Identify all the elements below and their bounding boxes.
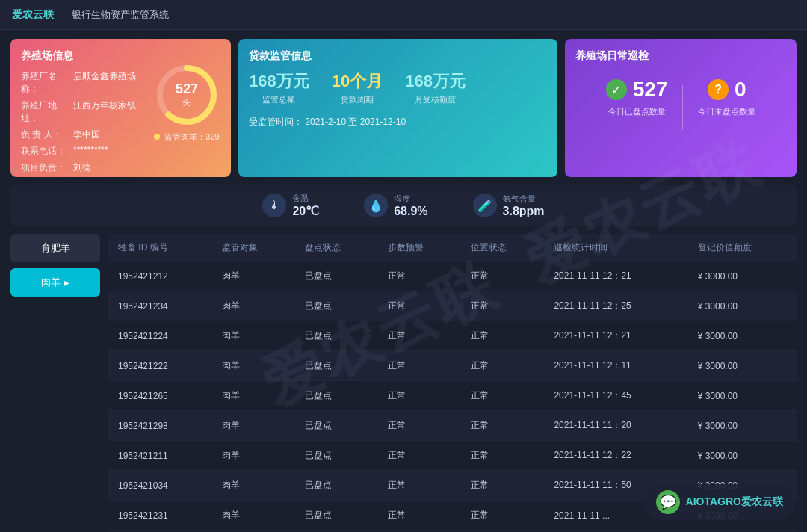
checked-label: 今日已盘点数量 [608, 106, 666, 117]
table-cell: 肉羊 [211, 411, 294, 441]
table-cell: 1952421034 [108, 471, 211, 501]
table-row[interactable]: 1952421265肉羊已盘点正常正常2021-11-11 12：45¥ 300… [108, 381, 797, 411]
loan-stat-label: 贷款周期 [332, 94, 383, 105]
wechat-text: AIOTAGRO爱农云联 [686, 495, 783, 509]
nav-title: 银行生物资产监管系统 [72, 8, 169, 22]
sensor-label: 氨气含量 [503, 194, 545, 205]
table-cell: 正常 [377, 262, 460, 291]
inspection-counts: ✓ 527 今日已盘点数量 ? 0 今日未盘点数量 [575, 78, 786, 130]
loan-date: 受监管时间： 2021-2-10 至 2021-12-10 [249, 116, 547, 129]
table-cell: 已盘点 [294, 381, 377, 411]
table-header: 步数预警 [377, 234, 460, 262]
table-cell: 正常 [377, 471, 460, 501]
cat-label: 肉羊 [41, 276, 61, 289]
table-cell: 1952421212 [108, 262, 211, 291]
logo: 爱农云联 [12, 8, 54, 22]
farm-label: 负 责 人： [21, 129, 73, 141]
table-cell: 2021-11-11 12：25 [543, 291, 687, 321]
table-row[interactable]: 1952421211肉羊已盘点正常正常2021-11-11 12：22¥ 300… [108, 441, 797, 471]
table-header: 盘点状态 [294, 234, 377, 262]
top-nav: 爱农云联 银行生物资产监管系统 [0, 0, 807, 30]
table-cell: 正常 [377, 351, 460, 381]
table-cell: 正常 [460, 441, 543, 471]
table-cell: 1952421211 [108, 441, 211, 471]
table-cell: 1952421234 [108, 291, 211, 321]
table-cell: 肉羊 [211, 321, 294, 351]
table-cell: ¥ 3000.00 [687, 381, 797, 411]
loan-stat-label: 监管总额 [249, 94, 309, 105]
wechat-badge: 💬 AIOTAGRO爱农云联 [644, 484, 795, 520]
donut-number: 527 [176, 81, 198, 97]
table-cell: 1952421231 [108, 501, 211, 531]
table-cell: 肉羊 [211, 471, 294, 501]
table-cell: 1952421222 [108, 351, 211, 381]
sensor-icon: 💧 [364, 194, 388, 217]
table-row[interactable]: 1952421212肉羊已盘点正常正常2021-11-11 12：21¥ 300… [108, 262, 797, 291]
table-cell: 已盘点 [294, 471, 377, 501]
sensor-label: 舍温 [292, 193, 319, 204]
table-row[interactable]: 1952421222肉羊已盘点正常正常2021-11-11 12：11¥ 300… [108, 351, 797, 381]
table-cell: 2021-11-11 12：45 [543, 381, 687, 411]
table-cell: 2021-11-11 12：21 [543, 321, 687, 351]
table-cell: 1952421224 [108, 321, 211, 351]
table-cell: 2021-11-11 12：22 [543, 441, 687, 471]
farm-info-row: 联系电话：********** [21, 145, 220, 158]
donut-sub: 监管肉羊：329 [153, 132, 220, 143]
table-row[interactable]: 1952421234肉羊已盘点正常正常2021-11-11 12：25¥ 300… [108, 291, 797, 321]
checked-icon-row: ✓ 527 [606, 78, 668, 102]
unchecked-icon-row: ? 0 [708, 78, 746, 102]
table-cell: 肉羊 [211, 351, 294, 381]
top-cards: 养殖场信息 养殖厂名称：启顺金鑫养殖场养殖厂地址：江西万年杨家镇负 责 人：李中… [10, 39, 797, 177]
farm-donut-area: 527 头 监管肉羊：329 [153, 61, 220, 143]
inspection-checked: ✓ 527 今日已盘点数量 [606, 78, 668, 130]
loan-stat-value: 10个月 [332, 70, 383, 93]
loan-stat-value: 168万元 [405, 70, 466, 93]
loan-stat-label: 月受核额度 [405, 94, 466, 105]
loan-stat-value: 168万元 [249, 70, 309, 93]
cat-arrow: ▶ [64, 279, 69, 287]
table-cell: 正常 [460, 262, 543, 291]
main-content: 养殖场信息 养殖厂名称：启顺金鑫养殖场养殖厂地址：江西万年杨家镇负 责 人：李中… [0, 30, 807, 532]
donut-text: 527 头 [176, 81, 198, 108]
table-row[interactable]: 1952421298肉羊已盘点正常正常2021-11-11 11：20¥ 300… [108, 411, 797, 441]
sensor-info: 舍温 20℃ [292, 193, 319, 218]
table-cell: 1952421298 [108, 411, 211, 441]
loan-stat-item: 168万元月受核额度 [405, 70, 466, 105]
table-cell: ¥ 3000.00 [687, 411, 797, 441]
farm-info-row: 项目负责：刘德 [21, 161, 220, 174]
table-header: 位置状态 [460, 234, 543, 262]
farm-label: 项目负责： [21, 161, 73, 174]
category-button[interactable]: 育肥羊 [10, 234, 100, 262]
inspection-card: 养殖场日常巡检 ✓ 527 今日已盘点数量 ? 0 今日未盘点数量 [565, 39, 797, 177]
table-header: 牲畜 ID 编号 [108, 234, 211, 262]
question-icon: ? [708, 79, 729, 100]
table-cell: 肉羊 [211, 381, 294, 411]
table-cell: ¥ 3000.00 [687, 321, 797, 351]
category-panel: 育肥羊肉羊▶ [10, 234, 100, 531]
table-cell: 已盘点 [294, 411, 377, 441]
sensor-value: 3.8ppm [503, 205, 545, 218]
loan-stat-item: 10个月贷款周期 [332, 70, 383, 105]
table-cell: ¥ 3000.00 [687, 262, 797, 291]
category-button[interactable]: 肉羊▶ [10, 268, 100, 297]
check-icon: ✓ [606, 79, 627, 100]
table-cell: 正常 [460, 501, 543, 531]
farm-value: ********** [73, 145, 108, 158]
table-cell: 已盘点 [294, 351, 377, 381]
table-row[interactable]: 1952421224肉羊已盘点正常正常2021-11-11 12：21¥ 300… [108, 321, 797, 351]
donut-chart: 527 头 [153, 61, 220, 129]
loan-date-value: 2021-2-10 至 2021-12-10 [305, 117, 406, 127]
table-cell: 肉羊 [211, 441, 294, 471]
farm-label: 养殖厂名称： [21, 70, 73, 96]
table-cell: 正常 [377, 381, 460, 411]
loan-stat-item: 168万元监管总额 [249, 70, 309, 105]
sensor-label: 湿度 [394, 194, 427, 205]
table-cell: 正常 [460, 411, 543, 441]
table-cell: 正常 [460, 351, 543, 381]
sensor-value: 20℃ [292, 204, 319, 218]
table-cell: ¥ 3000.00 [687, 351, 797, 381]
table-cell: 正常 [460, 291, 543, 321]
table-cell: 已盘点 [294, 501, 377, 531]
table-cell: 2021-11-11 12：21 [543, 262, 687, 291]
table-cell: 正常 [377, 291, 460, 321]
